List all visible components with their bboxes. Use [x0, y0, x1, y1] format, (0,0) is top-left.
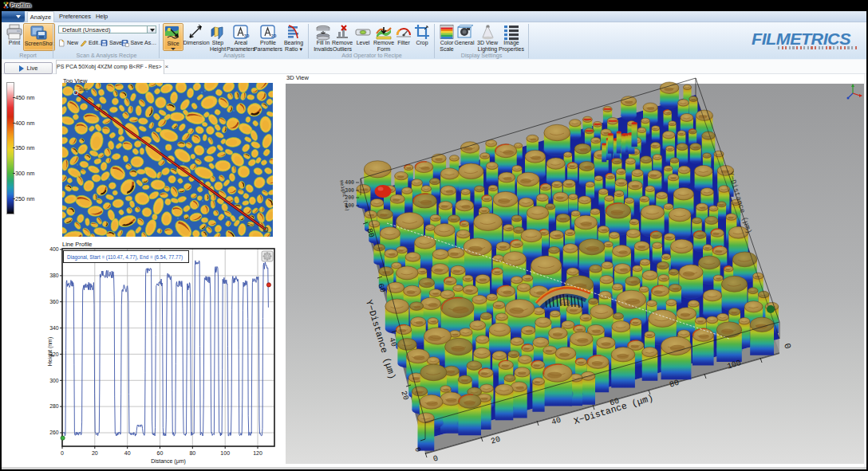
svg-text:120: 120 [253, 450, 262, 456]
svg-text:400: 400 [345, 180, 354, 186]
svg-text:3D: 3D [244, 33, 250, 38]
svg-text:Start: Start [79, 87, 88, 92]
svg-text:Diagonal, Start = (110.47, 4.7: Diagonal, Start = (110.47, 4.77), End = … [67, 254, 183, 261]
svg-text:2D: 2D [271, 33, 277, 38]
svg-text:40: 40 [124, 450, 131, 456]
svg-text:80: 80 [189, 450, 195, 456]
svg-text:End: End [247, 222, 254, 227]
svg-text:380: 380 [49, 273, 59, 278]
svg-text:360: 360 [49, 299, 59, 304]
svg-text:400: 400 [49, 246, 59, 252]
svg-text:100: 100 [220, 450, 230, 456]
svg-text:260: 260 [49, 430, 59, 435]
svg-text:280: 280 [49, 403, 59, 409]
svg-text:Height (nm): Height (nm) [47, 337, 53, 367]
svg-text:300: 300 [49, 378, 59, 383]
svg-text:340: 340 [49, 325, 59, 331]
svg-text:20: 20 [92, 450, 98, 456]
svg-text:60: 60 [157, 450, 164, 456]
svg-text:Distance (μm): Distance (μm) [151, 458, 186, 465]
svg-text:0: 0 [61, 450, 64, 456]
